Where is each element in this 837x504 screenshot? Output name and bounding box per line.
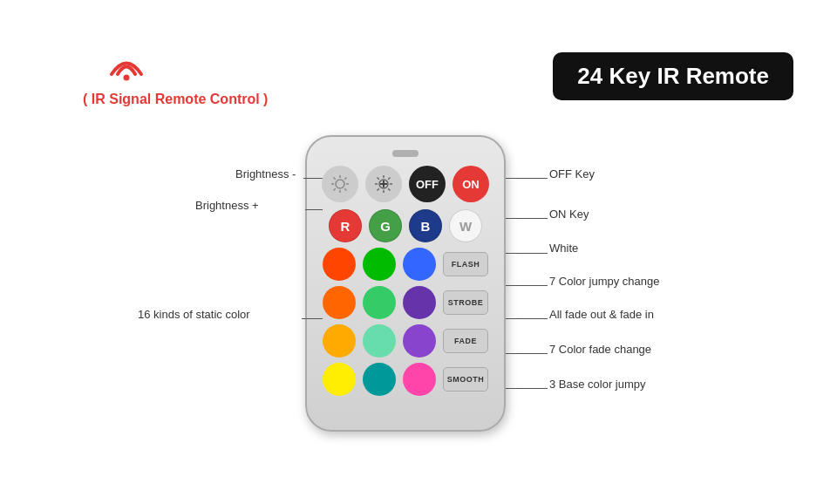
main-container: ( IR Signal Remote Control ) 24 Key IR R… bbox=[0, 0, 837, 504]
smooth-button[interactable]: SMOOTH bbox=[443, 367, 488, 392]
color-row-4: SMOOTH bbox=[323, 363, 488, 396]
color-teal-green[interactable] bbox=[363, 286, 396, 319]
badge-24key: 24 Key IR Remote bbox=[553, 52, 793, 100]
on-key-label: ON Key bbox=[549, 208, 589, 221]
static-colors-label: 16 kinds of static color bbox=[138, 308, 250, 321]
svg-line-9 bbox=[334, 188, 336, 190]
color-blue2[interactable] bbox=[403, 248, 436, 281]
brightness-minus-button[interactable] bbox=[322, 166, 358, 202]
color-mint[interactable] bbox=[363, 324, 396, 358]
blue-button[interactable]: B bbox=[409, 209, 442, 242]
off-key-line bbox=[506, 178, 548, 179]
color-row-1: FLASH bbox=[323, 248, 488, 281]
fade-label: 7 Color fade change bbox=[549, 343, 651, 356]
strobe-label: All fade out & fade in bbox=[549, 308, 654, 321]
svg-line-15 bbox=[378, 178, 379, 180]
flash-line bbox=[506, 285, 548, 286]
svg-line-6 bbox=[334, 178, 336, 180]
on-key-line bbox=[506, 218, 548, 219]
strobe-button[interactable]: STROBE bbox=[443, 290, 488, 315]
smooth-label: 3 Base color jumpy bbox=[549, 378, 646, 391]
color-row-2: STROBE bbox=[323, 286, 488, 319]
strobe-line bbox=[506, 318, 548, 319]
color-orange-red[interactable] bbox=[323, 248, 356, 281]
svg-line-17 bbox=[388, 178, 390, 180]
rgbw-row: R G B W bbox=[329, 209, 482, 242]
svg-line-7 bbox=[344, 188, 346, 190]
red-button[interactable]: R bbox=[329, 209, 362, 242]
remote-control: OFF ON R G B W FLASH STROBE bbox=[305, 135, 506, 432]
color-purple[interactable] bbox=[403, 286, 436, 319]
svg-line-18 bbox=[378, 188, 379, 190]
color-green2[interactable] bbox=[363, 248, 396, 281]
flash-button[interactable]: FLASH bbox=[443, 252, 488, 276]
ir-signal-label: ( IR Signal Remote Control ) bbox=[83, 92, 268, 107]
white-button[interactable]: W bbox=[449, 209, 482, 242]
brightness-plus-line bbox=[305, 209, 323, 210]
green-button[interactable]: G bbox=[369, 209, 402, 242]
svg-line-8 bbox=[344, 178, 346, 180]
fade-line bbox=[506, 353, 548, 354]
color-orange[interactable] bbox=[323, 286, 356, 319]
svg-line-16 bbox=[388, 188, 390, 190]
brightness-minus-line bbox=[303, 178, 323, 179]
off-key-label: OFF Key bbox=[549, 167, 595, 180]
smooth-line bbox=[506, 388, 548, 389]
flash-label: 7 Color jumpy change bbox=[549, 275, 659, 288]
color-amber[interactable] bbox=[323, 324, 356, 358]
color-violet[interactable] bbox=[403, 324, 436, 358]
brightness-plus-button[interactable] bbox=[365, 166, 402, 202]
static-colors-line bbox=[302, 318, 323, 319]
color-pink[interactable] bbox=[403, 363, 436, 396]
ir-sensor bbox=[392, 150, 418, 157]
on-button[interactable]: ON bbox=[453, 166, 489, 202]
wifi-ir-icon bbox=[105, 48, 148, 89]
color-row-3: FADE bbox=[323, 324, 488, 358]
white-line bbox=[506, 253, 548, 254]
color-cyan[interactable] bbox=[363, 363, 396, 396]
top-button-row: OFF ON bbox=[322, 166, 489, 202]
fade-button[interactable]: FADE bbox=[443, 329, 488, 353]
brightness-plus-label: Brightness + bbox=[195, 199, 259, 212]
svg-point-1 bbox=[336, 180, 344, 188]
brightness-minus-label: Brightness - bbox=[235, 167, 296, 180]
svg-point-0 bbox=[124, 75, 130, 81]
color-yellow[interactable] bbox=[323, 363, 356, 396]
off-button[interactable]: OFF bbox=[409, 166, 446, 202]
white-label: White bbox=[549, 242, 578, 255]
